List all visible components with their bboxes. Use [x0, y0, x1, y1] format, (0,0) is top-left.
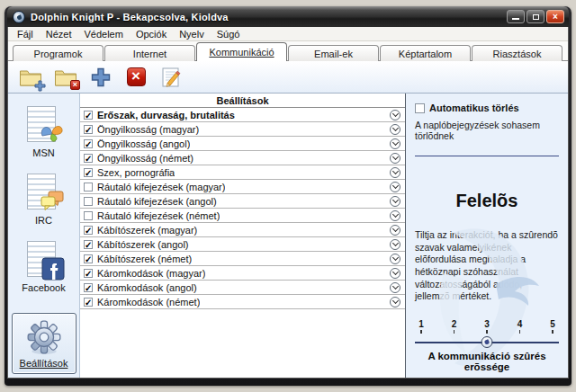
row-checkbox[interactable] [84, 269, 93, 278]
row-label: Kábítószerek (angol) [97, 239, 189, 250]
row-checkbox[interactable] [84, 197, 93, 206]
edit-icon [160, 67, 182, 88]
tab[interactable]: Programok [13, 45, 104, 61]
menu-item[interactable]: Védelem [77, 28, 129, 40]
list-row: Szex, pornográfia [80, 165, 405, 180]
remove-button[interactable]: × [122, 65, 149, 90]
list-row: Öngyilkosság (német) [80, 151, 405, 165]
window-title: Dolphin Knight P - Bekapcsolva, Kioldva [31, 12, 507, 22]
edit-button[interactable] [158, 65, 184, 90]
gear-icon [25, 318, 63, 356]
menu-item[interactable]: Nyelv [173, 28, 211, 40]
row-expand-button[interactable] [390, 110, 400, 120]
list-row: Káromkodások (angol) [80, 281, 405, 295]
row-checkbox[interactable] [84, 211, 93, 220]
list-row: Öngyilkosság (angol) [80, 137, 405, 151]
row-checkbox[interactable] [84, 226, 93, 235]
remove-folder-button[interactable]: × [52, 65, 79, 90]
row-expand-button[interactable] [390, 138, 400, 149]
row-expand-button[interactable] [390, 282, 400, 293]
list-row: Káromkodások (német) [80, 295, 405, 309]
row-expand-button[interactable] [390, 239, 400, 250]
row-label: Öngyilkosság (német) [97, 153, 194, 164]
tab[interactable]: Képtartalom [380, 45, 471, 61]
row-checkbox[interactable] [84, 168, 93, 177]
row-label: Szex, pornográfia [97, 167, 175, 178]
close-button[interactable]: × [546, 10, 564, 23]
slider-thumb[interactable] [482, 336, 493, 348]
separator [415, 156, 559, 156]
row-checkbox[interactable] [84, 254, 93, 263]
chevron-down-icon [392, 197, 398, 203]
tick-mark [486, 330, 488, 334]
chevron-down-icon [392, 154, 398, 160]
row-checkbox[interactable] [84, 111, 93, 120]
row-expand-button[interactable] [390, 225, 400, 236]
maximize-button[interactable] [526, 10, 544, 23]
menu-item[interactable]: Nézet [40, 28, 78, 40]
add-button[interactable] [87, 65, 114, 90]
auto-delete-label: Automatikus törlés [429, 102, 519, 113]
list-row: Ráutaló kifejezések (német) [80, 209, 405, 223]
chevron-down-icon [392, 226, 398, 232]
sidebar-item-irc[interactable]: IRC [23, 174, 65, 226]
sidebar-item-msn[interactable]: MSN [23, 106, 65, 158]
chevron-down-icon [392, 111, 398, 117]
list-row: Ráutaló kifejezések (angol) [80, 194, 405, 209]
auto-delete-checkbox[interactable] [415, 103, 425, 113]
row-expand-button[interactable] [390, 297, 400, 307]
row-checkbox[interactable] [84, 298, 93, 307]
settings-rows: Erőszak, durvaság, brutalitás Öngyilkoss… [80, 108, 405, 309]
sidebar-item-facebook[interactable]: Facebook [22, 241, 65, 293]
plus-badge-icon [34, 80, 46, 92]
row-expand-button[interactable] [390, 268, 400, 279]
chevron-down-icon [392, 139, 398, 146]
tab[interactable]: Kommunikáció [196, 42, 287, 61]
slider-tick: 2 [450, 319, 459, 334]
row-label: Öngyilkosság (magyar) [97, 124, 199, 135]
tab[interactable]: Internet [104, 45, 195, 61]
row-label: Káromkodások (angol) [97, 282, 197, 293]
row-label: Öngyilkosság (angol) [97, 138, 190, 149]
slider-tick: 5 [548, 319, 557, 334]
row-checkbox[interactable] [84, 125, 93, 134]
list-row: Káromkodások (magyar) [80, 266, 405, 281]
tab[interactable]: Email-ek [288, 45, 379, 61]
menu-item[interactable]: Opciók [130, 28, 173, 40]
row-expand-button[interactable] [390, 182, 400, 192]
minimize-icon [512, 18, 519, 20]
tab[interactable]: Riasztások [472, 45, 562, 61]
menu-item[interactable]: Fájl [11, 28, 40, 40]
row-expand-button[interactable] [390, 124, 400, 135]
row-expand-button[interactable] [390, 254, 400, 264]
row-checkbox[interactable] [84, 240, 93, 249]
row-checkbox[interactable] [84, 139, 93, 148]
row-label: Káromkodások (magyar) [97, 268, 205, 279]
slider-tick: 4 [516, 319, 525, 334]
slider-ticks: 1 2 3 [415, 319, 559, 334]
tick-mark [420, 330, 422, 334]
list-row: Kábítószerek (angol) [80, 237, 405, 252]
chevron-down-icon [392, 211, 398, 218]
sidebar-item-settings[interactable]: Beállítások [12, 313, 76, 374]
row-expand-button[interactable] [390, 167, 400, 178]
minimize-button[interactable] [507, 10, 525, 23]
add-folder-button[interactable] [17, 65, 44, 90]
row-label: Erőszak, durvaság, brutalitás [97, 110, 235, 120]
slider-tick: 3 [482, 319, 491, 334]
row-label: Kábítószerek (német) [97, 254, 192, 264]
row-checkbox[interactable] [84, 154, 93, 163]
menu-item[interactable]: Súgó [211, 28, 247, 40]
list-header: Beállítások [80, 94, 405, 108]
row-expand-button[interactable] [390, 210, 400, 221]
row-expand-button[interactable] [390, 196, 400, 207]
row-expand-button[interactable] [390, 153, 400, 164]
tick-mark [519, 330, 521, 334]
title-bar: Dolphin Knight P - Bekapcsolva, Kioldva … [7, 6, 569, 27]
app-logo-icon [13, 11, 25, 23]
auto-delete-row: Automatikus törlés [415, 102, 559, 113]
row-checkbox[interactable] [84, 283, 93, 292]
row-label: Káromkodások (német) [97, 297, 200, 307]
row-label: Ráutaló kifejezések (német) [97, 210, 220, 221]
row-checkbox[interactable] [84, 183, 93, 192]
